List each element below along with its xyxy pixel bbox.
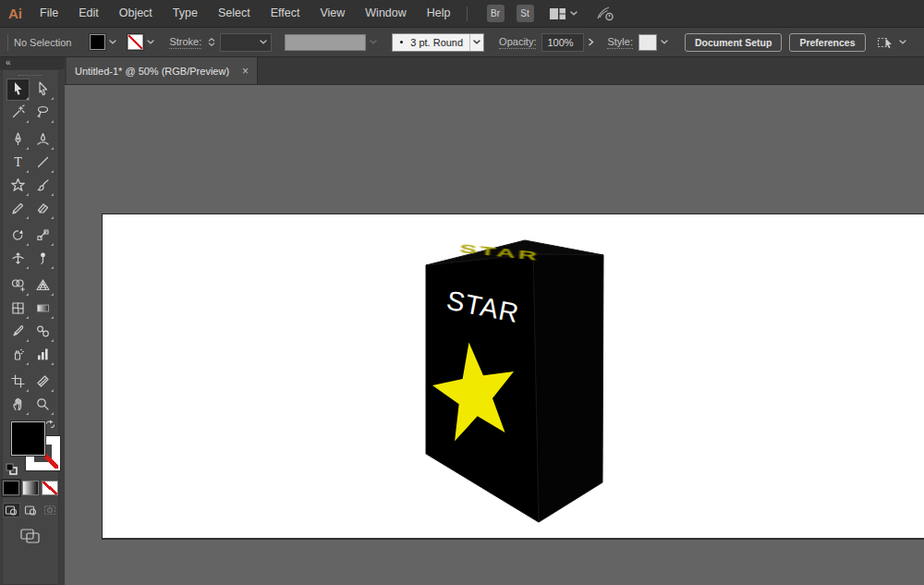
document-area: Untitled-1* @ 50% (RGB/Preview) × STAR — [65, 57, 924, 585]
mesh-tool[interactable] — [6, 298, 30, 320]
star-shape-icon — [10, 177, 26, 193]
magic-wand-tool[interactable] — [6, 102, 30, 124]
style-swatch[interactable] — [638, 34, 657, 51]
fill-color-indicator[interactable] — [11, 421, 45, 456]
stroke-weight-dropdown[interactable] — [220, 33, 272, 52]
menu-file[interactable]: File — [30, 0, 68, 27]
rotate-icon — [10, 227, 26, 243]
curvature-pen-icon — [35, 131, 51, 147]
close-tab-icon[interactable]: × — [242, 65, 249, 78]
pen-tool[interactable] — [6, 128, 30, 151]
menu-type[interactable]: Type — [163, 0, 208, 27]
document-setup-button[interactable]: Document Setup — [685, 33, 782, 52]
width-profile-dropdown-disabled — [285, 34, 366, 51]
line-segment-icon — [35, 154, 51, 170]
puppet-warp-tool[interactable] — [31, 248, 55, 270]
direct-selection-tool[interactable] — [31, 79, 55, 101]
menu-window[interactable]: Window — [355, 0, 416, 27]
brush-definition-dropdown[interactable]: 3 pt. Round — [392, 33, 484, 52]
draw-behind-button[interactable] — [22, 503, 40, 518]
line-segment-tool[interactable] — [31, 152, 55, 174]
style-chevron-icon[interactable] — [661, 40, 668, 44]
stroke-weight-stepper[interactable] — [208, 38, 215, 46]
gradient-tool[interactable] — [31, 298, 55, 320]
menu-bar: Ai File Edit Object Type Select Effect V… — [0, 0, 924, 28]
zoom-tool[interactable] — [31, 394, 55, 416]
hand-tool[interactable] — [6, 394, 30, 416]
selection-status: No Selection — [14, 37, 71, 48]
rotate-tool[interactable] — [6, 225, 30, 247]
menu-view[interactable]: View — [310, 0, 355, 27]
document-tab-bar: Untitled-1* @ 50% (RGB/Preview) × — [65, 57, 924, 85]
curvature-tool[interactable] — [31, 128, 55, 151]
eraser-tool[interactable] — [31, 198, 55, 220]
symbol-sprayer-tool[interactable] — [6, 344, 30, 366]
paintbrush-tool[interactable] — [31, 175, 55, 197]
menu-object[interactable]: Object — [109, 0, 163, 27]
scale-tool[interactable] — [31, 225, 55, 247]
collapse-panel-button[interactable]: « — [0, 57, 65, 69]
swap-fill-stroke-icon[interactable] — [44, 420, 55, 431]
star-shape-tool[interactable] — [6, 175, 30, 197]
selection-arrow-icon — [10, 81, 26, 97]
blend-icon — [35, 323, 51, 339]
fill-chevron-icon[interactable] — [109, 40, 116, 44]
perspective-grid-icon — [35, 277, 51, 293]
shape-builder-icon — [10, 277, 26, 293]
stroke-weight-label[interactable]: Stroke: — [169, 36, 201, 49]
type-tool[interactable]: T — [6, 152, 30, 174]
color-button[interactable] — [3, 481, 19, 495]
fill-color-swatch[interactable] — [90, 34, 105, 50]
gradient-button[interactable] — [22, 481, 39, 495]
selection-tool[interactable] — [6, 79, 30, 101]
artboard-tool[interactable] — [6, 371, 30, 393]
none-button[interactable] — [42, 481, 58, 495]
lasso-tool[interactable] — [31, 102, 55, 124]
eraser-icon — [35, 201, 51, 216]
menu-select[interactable]: Select — [208, 0, 261, 27]
pencil-icon — [10, 201, 26, 216]
draw-inside-button[interactable] — [41, 503, 58, 518]
preferences-button[interactable]: Preferences — [789, 33, 865, 52]
sync-settings-button[interactable] — [594, 6, 616, 22]
star-box-artwork[interactable]: STAR STAR — [407, 236, 619, 531]
screen-mode-icon — [18, 527, 43, 545]
shape-builder-tool[interactable] — [6, 274, 30, 297]
zoom-magnifier-icon — [35, 396, 51, 412]
puppet-warp-pin-icon — [35, 250, 51, 266]
brush-chevron-button[interactable] — [469, 34, 483, 51]
stroke-color-swatch[interactable] — [128, 34, 143, 50]
symbol-sprayer-icon — [10, 347, 26, 362]
box-right-face — [533, 254, 603, 522]
width-profile-chevron-icon — [370, 40, 377, 44]
draw-normal-button[interactable] — [3, 503, 20, 518]
slice-tool[interactable] — [31, 371, 55, 393]
opacity-panel-arrow-icon[interactable] — [588, 38, 594, 46]
column-graph-tool[interactable] — [31, 344, 55, 366]
bridge-button[interactable]: Br — [487, 5, 505, 22]
style-label[interactable]: Style: — [607, 36, 633, 49]
opacity-input[interactable]: 100% — [541, 33, 584, 52]
stroke-chevron-icon[interactable] — [147, 40, 154, 44]
canvas-pasteboard[interactable]: STAR STAR — [65, 85, 924, 585]
workspace-switcher[interactable] — [549, 7, 578, 20]
perspective-grid-tool[interactable] — [31, 274, 55, 297]
stroke-weight-chevron-icon — [260, 40, 267, 44]
change-screen-mode-button[interactable] — [3, 527, 58, 545]
menu-edit[interactable]: Edit — [68, 0, 109, 27]
document-tab[interactable]: Untitled-1* @ 50% (RGB/Preview) × — [67, 57, 258, 84]
width-tool[interactable] — [6, 248, 30, 270]
mesh-icon — [10, 300, 26, 316]
gradient-icon — [35, 300, 51, 316]
menu-help[interactable]: Help — [417, 0, 461, 27]
panel-grip[interactable] — [18, 75, 43, 76]
direct-selection-arrow-icon — [35, 81, 51, 97]
menu-effect[interactable]: Effect — [261, 0, 310, 27]
select-similar-dropdown[interactable] — [877, 35, 906, 50]
pencil-tool[interactable] — [6, 198, 30, 220]
blend-tool[interactable] — [31, 321, 55, 343]
eyedropper-tool[interactable] — [6, 321, 30, 343]
default-fill-stroke-icon[interactable] — [6, 463, 18, 475]
stock-button[interactable]: St — [517, 5, 534, 22]
opacity-label[interactable]: Opacity: — [499, 36, 536, 49]
